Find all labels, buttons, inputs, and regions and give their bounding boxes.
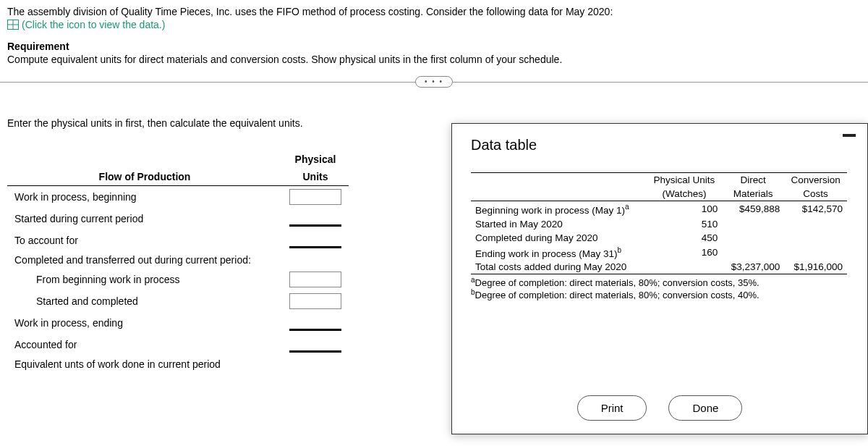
from-beginning-wip-input[interactable] <box>289 272 341 287</box>
intro-text: The assembly division of Quality Time Pi… <box>7 6 861 17</box>
row-label: Started in May 2020 <box>471 217 647 231</box>
cell-value: 160 <box>647 245 723 261</box>
data-table: Physical Units Direct Conversion (Watche… <box>471 172 847 274</box>
cell-value: $459,888 <box>722 201 784 217</box>
started-completed-input[interactable] <box>289 293 341 309</box>
requirement-text: Compute equivalent units for direct mate… <box>7 54 861 65</box>
data-table-icon[interactable] <box>7 20 19 30</box>
view-data-link[interactable]: (Click the icon to view the data.) <box>22 19 165 30</box>
done-button[interactable]: Done <box>668 395 742 421</box>
footnote-a: aDegree of completion: direct materials,… <box>471 276 853 288</box>
col-header: Physical Units <box>647 173 723 188</box>
col-header: Direct <box>722 173 784 188</box>
minimize-icon[interactable] <box>843 134 856 137</box>
production-table: Physical Flow of Production Units Work i… <box>7 151 349 373</box>
row-label: Ending work in process (May 31)b <box>471 245 647 261</box>
row-label: Total costs added during May 2020 <box>471 260 647 274</box>
col-header: Conversion <box>784 173 847 188</box>
cell-value: 100 <box>647 201 723 217</box>
cell-value: 510 <box>647 217 723 231</box>
row-label: Started and completed <box>7 290 282 312</box>
row-label: Equivalent unts of work done in current … <box>7 355 282 373</box>
flow-header: Flow of Production <box>7 168 282 186</box>
col-subheader: (Watches) <box>647 187 723 201</box>
row-label: From beginning work in process <box>7 269 282 290</box>
accounted-for-input[interactable] <box>289 337 341 353</box>
row-label: Beginning work in process (May 1)a <box>471 201 647 217</box>
cell-value: 450 <box>647 231 723 245</box>
requirement-label: Requirement <box>7 41 861 52</box>
wip-ending-input[interactable] <box>289 315 341 331</box>
row-label: Started during current period <box>7 208 282 230</box>
started-input[interactable] <box>289 211 341 227</box>
row-label: Accounted for <box>7 334 282 355</box>
col-subheader: Materials <box>722 187 784 201</box>
row-label: Completed during May 2020 <box>471 231 647 245</box>
cell-value: $1,916,000 <box>784 260 847 274</box>
phys-header-bottom: Units <box>282 168 349 186</box>
col-subheader: Costs <box>784 187 847 201</box>
row-label: Work in process, beginning <box>7 186 282 209</box>
row-label: To account for <box>7 230 282 251</box>
more-button[interactable]: • • • <box>415 76 453 88</box>
row-label: Work in process, ending <box>7 312 282 334</box>
cell-value: $3,237,000 <box>722 260 784 274</box>
print-button[interactable]: Print <box>577 395 647 421</box>
row-label: Completed and transferred out during cur… <box>7 251 282 269</box>
to-account-for-input[interactable] <box>289 232 341 248</box>
modal-title: Data table <box>471 137 853 153</box>
wip-beginning-input[interactable] <box>289 189 341 205</box>
data-table-modal: Data table Physical Units Direct Convers… <box>451 123 868 434</box>
footnote-b: bDegree of completion: direct materials,… <box>471 288 853 300</box>
phys-header-top: Physical <box>282 151 349 168</box>
cell-value: $142,570 <box>784 201 847 217</box>
